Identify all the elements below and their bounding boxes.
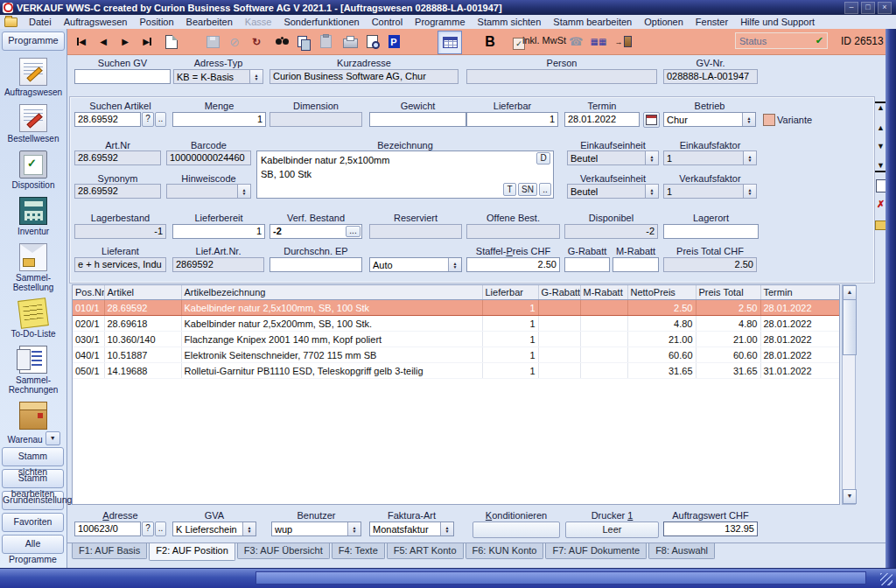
sidebar-item-sammel-rechnungen[interactable]: Sammel-Rechnungen	[0, 346, 66, 395]
artikel-help-button[interactable]: ?	[142, 112, 154, 127]
tab-f5-art-konto[interactable]: F5: ART Konto	[387, 543, 464, 559]
spinner-icon[interactable]	[743, 151, 756, 164]
spinner-icon[interactable]	[743, 185, 756, 198]
exit-door-icon[interactable]: →	[612, 32, 634, 52]
verkaufsfaktor-field[interactable]: 1	[663, 184, 757, 199]
m-rabatt-field[interactable]	[612, 257, 659, 272]
spinner-icon[interactable]	[347, 522, 360, 536]
adresse-help-button[interactable]: ?	[142, 522, 154, 536]
batch-grid-icon[interactable]: ▦▦	[588, 32, 609, 52]
new-record-icon[interactable]	[161, 32, 182, 52]
undo-icon[interactable]: ↻	[246, 32, 267, 52]
gewicht-field[interactable]	[369, 112, 466, 127]
table-row[interactable]: 040/110.51887Elektronik Seitenschneider,…	[73, 347, 839, 363]
scroll-up-icon[interactable]: ▲	[843, 285, 857, 300]
spinner-icon[interactable]	[440, 522, 453, 536]
sidebar-button-grundeinstellungen[interactable]: Grundeinstellungen	[2, 491, 64, 510]
adresse-field[interactable]: 100623/0	[74, 522, 141, 536]
adresse-more-button[interactable]: ..	[155, 522, 166, 536]
adress-typ-select[interactable]: KB = K-Basis	[173, 69, 263, 84]
durchschn-ep-field[interactable]	[270, 257, 362, 272]
tab-f4-texte[interactable]: F4: Texte	[332, 543, 385, 559]
spinner-icon[interactable]	[645, 185, 658, 198]
table-row[interactable]: 010/128.69592Kabelbinder natur 2,5x100mm…	[73, 300, 839, 316]
nav-next-button[interactable]: ▶	[115, 32, 136, 52]
column-header-artikel[interactable]: Artikel	[104, 285, 181, 300]
sidebar-item-disposition[interactable]: Disposition	[0, 150, 66, 190]
suchen-gv-field[interactable]	[74, 69, 171, 84]
column-header-nettopreis[interactable]: NettoPreis	[627, 285, 696, 300]
menu-item-position[interactable]: Position	[133, 16, 179, 28]
nav-prev-button[interactable]: ◀	[93, 32, 114, 52]
spinner-icon[interactable]	[448, 258, 461, 271]
spinner-icon[interactable]	[249, 70, 262, 83]
scroll-down-icon[interactable]: ▼	[843, 489, 857, 504]
menge-field[interactable]: 1	[172, 112, 266, 127]
faktura-art-select[interactable]: Monatsfaktur	[369, 522, 454, 536]
table-row[interactable]: 050/114.19688Rolletui-Garnitur PB1110 ES…	[73, 363, 839, 379]
positions-grid-toggle[interactable]	[438, 31, 462, 54]
copy-icon[interactable]	[291, 32, 312, 52]
sidebar-item-inventur[interactable]: Inventur	[0, 197, 66, 236]
sidebar-button-stamm-bearbeiten[interactable]: Stamm bearbeiten	[2, 469, 64, 488]
sidebar-programme-button[interactable]: Programme	[2, 32, 65, 51]
tab-f7-auf-dokumente[interactable]: F7: AUF Dokumente	[545, 543, 647, 559]
tab-f1-auf-basis[interactable]: F1: AUF Basis	[72, 543, 147, 559]
bezeichnung-sn-button[interactable]: SN	[518, 183, 537, 196]
print-icon[interactable]	[340, 32, 360, 52]
scrollbar-thumb[interactable]	[843, 299, 857, 355]
artikel-more-button[interactable]: ..	[155, 112, 166, 127]
sidebar-item-to-do-liste[interactable]: To-Do-Liste	[0, 299, 66, 339]
menu-item-stamm-sichten[interactable]: Stamm sichten	[472, 16, 548, 28]
maximize-button[interactable]: □	[861, 2, 875, 14]
nav-last-button[interactable]: ▶	[136, 32, 158, 52]
menu-item-auftragswesen[interactable]: Auftragswesen	[58, 16, 134, 28]
spinner-icon[interactable]	[237, 185, 250, 198]
einkaufseinheit-select[interactable]: Beutel	[567, 150, 659, 165]
verf-bestand-detail-button[interactable]: ...	[346, 226, 360, 237]
g-rabatt-field[interactable]	[564, 257, 610, 272]
benutzer-select[interactable]: wup	[271, 522, 361, 536]
lieferbar-field[interactable]: 1	[466, 112, 558, 127]
close-button[interactable]: ×	[878, 2, 892, 14]
table-row[interactable]: 020/128.69618Kabelbinder natur 2,5x200mm…	[73, 316, 839, 332]
table-row[interactable]: 030/110.360/140Flachzange Knipex 2001 14…	[73, 332, 839, 347]
betrieb-select[interactable]: Chur	[663, 112, 756, 127]
p-button[interactable]: P	[383, 32, 404, 52]
einkaufsfaktor-field[interactable]: 1	[663, 150, 757, 165]
menu-item-fenster[interactable]: Fenster	[690, 16, 734, 28]
menu-item-hilfe-und-support[interactable]: Hilfe und Support	[734, 16, 821, 28]
spinner-icon[interactable]	[242, 522, 256, 536]
menu-item-sonderfunktionen[interactable]: Sonderfunktionen	[277, 16, 365, 28]
staffel-preis-field[interactable]: 2.50	[466, 257, 560, 272]
spinner-icon[interactable]	[742, 113, 755, 126]
preis-modus-select[interactable]: Auto	[369, 257, 462, 272]
sidebar-item-auftragswesen[interactable]: Auftragswesen	[0, 58, 66, 97]
menu-item-optionen[interactable]: Optionen	[638, 16, 690, 28]
bezeichnung-d-button[interactable]: D	[536, 152, 550, 164]
bezeichnung-dots-button[interactable]: ..	[539, 183, 551, 196]
verkaufseinheit-select[interactable]: Beutel	[567, 184, 659, 199]
column-header-pos-nr[interactable]: Pos.Nr.	[73, 285, 104, 300]
nav-first-button[interactable]: ◀	[71, 32, 92, 52]
bezeichnung-t-button[interactable]: T	[503, 183, 516, 196]
bold-toggle[interactable]: B	[480, 32, 500, 52]
column-header-termin[interactable]: Termin	[760, 285, 839, 300]
tab-f3-auf-bersicht[interactable]: F3: AUF Übersicht	[237, 543, 330, 559]
sidebar-button-favoriten[interactable]: Favoriten	[2, 513, 64, 532]
sidebar-button-stamm-sichten[interactable]: Stamm sichten	[2, 447, 64, 466]
menu-item-bearbeiten[interactable]: Bearbeiten	[180, 16, 239, 28]
column-header-m-rabatt[interactable]: M-Rabatt	[580, 285, 627, 300]
resize-grip[interactable]	[880, 573, 892, 585]
tab-f2-auf-position[interactable]: F2: AUF Position	[149, 543, 235, 561]
tab-f8-auswahl[interactable]: F8: Auswahl	[648, 543, 715, 559]
column-header-preis-total[interactable]: Preis Total	[696, 285, 760, 300]
sidebar-item-warenau[interactable]: Warenau▼	[0, 402, 66, 445]
termin-calendar-button[interactable]	[643, 112, 660, 128]
variante-checkbox[interactable]	[763, 114, 775, 126]
termin-field[interactable]: 28.01.2022	[564, 112, 640, 127]
sidebar-item-bestellwesen[interactable]: Bestellwesen	[0, 104, 66, 144]
suchen-artikel-field[interactable]: 28.69592	[74, 112, 141, 127]
tab-f6-kun-konto[interactable]: F6: KUN Konto	[466, 543, 544, 559]
column-header-lieferbar[interactable]: Lieferbar	[482, 285, 538, 300]
